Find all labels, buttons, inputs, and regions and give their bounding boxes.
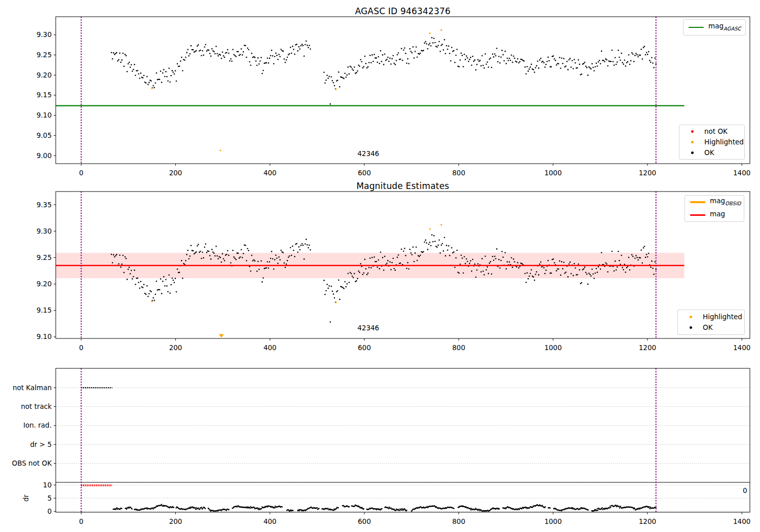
axes-frame [56, 17, 750, 164]
legend-row: magOBSID [690, 197, 739, 207]
legend-label: mag [710, 210, 725, 220]
dr-tick-label: 0 [47, 507, 52, 515]
y-tick-label: 9.30 [36, 30, 52, 39]
x-tick-label: 200 [169, 169, 182, 177]
legend-row: magAGASC [689, 22, 740, 32]
flag-category-label: dr > 5 [30, 440, 52, 448]
y-tick-label: 9.20 [36, 280, 52, 288]
legend-mag-lines: magOBSID mag [685, 195, 744, 222]
legend-handle [685, 130, 700, 133]
dr-tick-label: 5 [47, 494, 52, 502]
legend-status-top: not OK Highlighted OK [679, 125, 745, 160]
highlighted-points-top [151, 29, 442, 151]
legend-label: not OK [704, 128, 728, 135]
y-tick-label: 9.35 [36, 201, 52, 209]
x-tick-label: 0 [79, 344, 84, 352]
y-tick-label: 9.15 [36, 91, 52, 99]
agasc-line-sample [689, 27, 704, 28]
y-tick-label: 9.10 [36, 111, 52, 119]
y-tick-label: 9.25 [36, 253, 52, 261]
legend-row: Highlighted [683, 313, 739, 321]
x-tick-label: 400 [263, 517, 277, 525]
flag-category-label: Ion. rad. [23, 421, 52, 429]
y-tick-label: 9.15 [36, 306, 52, 314]
legend-label-main: mag [708, 22, 724, 30]
flag-category-label: OBS not OK [12, 459, 53, 467]
x-tick-label: 600 [358, 344, 371, 352]
legend-label: OK [704, 149, 714, 157]
ok-marker [691, 151, 694, 154]
y-tick-label: 9.10 [36, 332, 52, 340]
dr-axis-label: dr [22, 495, 30, 502]
x-tick-label: 400 [263, 344, 277, 352]
legend-row: Highlighted [685, 138, 739, 146]
axes-frame [56, 368, 750, 512]
legend-label: OK [703, 324, 712, 331]
y-tick-label: 9.05 [36, 131, 52, 139]
x-tick-label: 1400 [733, 344, 750, 352]
not-ok-marker [691, 130, 694, 133]
plots-canvas: 02004006008001000120014009.009.059.109.1… [0, 0, 760, 532]
x-tick-label: 200 [169, 344, 182, 352]
legend-label-main: mag [710, 210, 725, 218]
right-edge-clipped-tick: 0 [743, 486, 747, 495]
dr-tick-label: 10 [43, 481, 52, 489]
x-tick-label: 400 [263, 169, 277, 177]
legend-label: Highlighted [704, 138, 744, 146]
obsid-annotation-middle: 42346 [338, 324, 399, 332]
y-tick-label: 9.20 [36, 71, 52, 79]
highlighted-marker [691, 141, 694, 143]
x-tick-label: 1200 [639, 517, 656, 525]
x-tick-label: 600 [358, 517, 371, 525]
ok-marker [690, 326, 692, 329]
middle-panel-title: Magnitude Estimates [56, 181, 750, 191]
x-tick-label: 800 [452, 169, 465, 177]
legend-label-sub: AGASC [724, 26, 741, 31]
legend-handle [685, 151, 700, 154]
legend-handle [690, 201, 705, 203]
ok-points-top [111, 37, 657, 105]
legend-label-sub: OBSID [725, 201, 741, 206]
x-tick-label: 1400 [733, 169, 750, 177]
x-tick-label: 1000 [544, 344, 561, 352]
x-tick-label: 600 [358, 169, 371, 177]
flag-category-label: not Kalman [13, 384, 52, 392]
x-tick-label: 0 [79, 517, 84, 525]
legend-label: magOBSID [710, 197, 741, 207]
y-tick-label: 9.25 [36, 51, 52, 59]
figure: 02004006008001000120014009.009.059.109.1… [0, 0, 760, 532]
legend-handle [683, 326, 698, 329]
obsid-annotation-top: 42346 [338, 149, 399, 158]
clipped-low-marker [219, 334, 224, 338]
y-tick-label: 9.00 [36, 151, 52, 160]
highlighted-marker [690, 316, 692, 318]
x-tick-label: 1200 [639, 169, 656, 177]
x-tick-label: 1400 [733, 517, 750, 525]
x-tick-label: 800 [452, 517, 465, 525]
flag-category-label: not track [21, 402, 52, 410]
top-panel-title: AGASC ID 946342376 [56, 6, 750, 16]
x-tick-label: 800 [452, 344, 465, 352]
legend-mag-agasc: magAGASC [683, 19, 746, 35]
legend-row: OK [685, 149, 739, 157]
legend-handle [689, 27, 704, 28]
legend-label: Highlighted [703, 313, 742, 321]
legend-row: OK [683, 324, 739, 331]
x-tick-label: 1000 [544, 517, 561, 525]
legend-row: not OK [685, 128, 739, 135]
ok-points-middle [111, 234, 657, 322]
legend-row: mag [690, 210, 739, 220]
mag-line-sample [690, 214, 705, 216]
dr-points [112, 504, 657, 512]
x-tick-label: 1200 [639, 344, 656, 352]
legend-label-main: mag [710, 197, 725, 205]
legend-handle [685, 141, 700, 143]
legend-handle [683, 316, 698, 318]
y-tick-label: 9.30 [36, 227, 52, 235]
legend-status-middle: Highlighted OK [677, 310, 745, 335]
legend-handle [690, 214, 705, 216]
x-tick-label: 200 [169, 517, 182, 525]
x-tick-label: 1000 [544, 169, 561, 177]
legend-label: magAGASC [708, 22, 741, 32]
mag-obsid-line-sample [690, 201, 705, 203]
